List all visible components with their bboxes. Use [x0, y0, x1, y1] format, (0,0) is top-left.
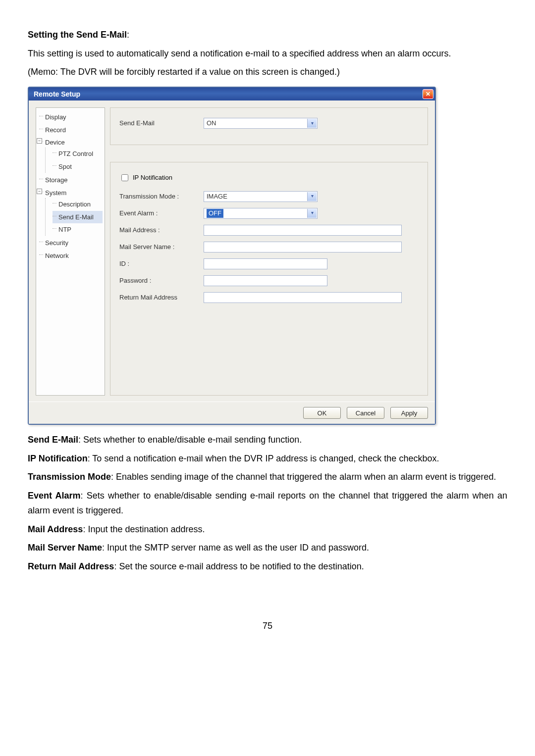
tree-item-record[interactable]: Record — [39, 124, 103, 136]
tree-item-security[interactable]: Security — [39, 237, 103, 249]
send-email-group: Send E-Mail ON ▾ — [110, 107, 428, 145]
event-alarm-dropdown[interactable]: OFF ▾ — [204, 208, 318, 219]
desc-return-mail-text: : Set the source e-mail address to be no… — [114, 561, 364, 571]
id-input[interactable] — [204, 258, 327, 269]
desc-ip-notification-term: IP Notification — [28, 454, 88, 463]
send-email-dropdown[interactable]: ON ▾ — [204, 118, 318, 129]
desc-event-alarm-term: Event Alarm — [28, 491, 81, 501]
mail-address-label: Mail Address : — [119, 225, 204, 235]
password-label: Password : — [119, 275, 204, 286]
desc-send-email-text: : Sets whether to enable/disable e-mail … — [78, 435, 302, 445]
tree-item-ntp[interactable]: NTP — [53, 223, 103, 236]
desc-mail-address-text: : Input the destination address. — [83, 524, 205, 534]
send-email-label: Send E-Mail — [119, 118, 204, 128]
email-settings-group: IP Notification Transmission Mode : IMAG… — [110, 162, 428, 396]
chevron-down-icon: ▾ — [307, 209, 317, 218]
tree-item-display[interactable]: Display — [39, 111, 103, 123]
dialog-footer: OK Cancel Apply — [29, 402, 435, 424]
dialog-title: Remote Setup — [34, 89, 80, 100]
page-number: 75 — [28, 619, 507, 634]
collapse-icon[interactable]: − — [37, 138, 42, 144]
transmission-mode-value: IMAGE — [207, 191, 227, 202]
desc-ip-notification-text: : To send a notification e-mail when the… — [88, 454, 439, 463]
descriptions-block: Send E-Mail: Sets whether to enable/disa… — [28, 433, 507, 574]
transmission-mode-label: Transmission Mode : — [119, 191, 204, 202]
tree-item-ptz-control[interactable]: PTZ Control — [53, 148, 103, 160]
desc-mail-address-term: Mail Address — [28, 524, 83, 534]
dialog-titlebar: Remote Setup ✕ — [29, 88, 435, 101]
chevron-down-icon: ▾ — [307, 192, 317, 201]
heading-colon: : — [127, 30, 129, 40]
return-mail-input[interactable] — [204, 292, 402, 303]
transmission-mode-dropdown[interactable]: IMAGE ▾ — [204, 191, 318, 202]
password-input[interactable] — [204, 275, 327, 286]
remote-setup-dialog: Remote Setup ✕ Display Record − Device P… — [28, 87, 436, 425]
send-email-value: ON — [207, 118, 216, 128]
tree-item-storage[interactable]: Storage — [39, 174, 103, 186]
desc-transmission-mode-term: Transmission Mode — [28, 472, 111, 482]
id-label: ID : — [119, 258, 204, 269]
navigation-tree[interactable]: Display Record − Device PTZ Control Spot… — [36, 107, 105, 396]
cancel-button[interactable]: Cancel — [347, 407, 384, 419]
chevron-down-icon: ▾ — [307, 119, 317, 128]
desc-mail-server-term: Mail Server Name — [28, 543, 102, 553]
return-mail-label: Return Mail Address — [119, 292, 204, 302]
mail-address-input[interactable] — [204, 225, 402, 236]
desc-mail-server-text: : Input the SMTP server name as well as … — [102, 543, 369, 553]
tree-item-system[interactable]: − System Description Send E-Mail NTP — [39, 187, 103, 237]
event-alarm-value: OFF — [207, 209, 223, 218]
close-button[interactable]: ✕ — [423, 89, 433, 99]
tree-item-device[interactable]: − Device PTZ Control Spot — [39, 136, 103, 174]
intro-text-2: (Memo: The DVR will be forcibly restarte… — [28, 65, 507, 80]
mail-server-label: Mail Server Name : — [119, 242, 204, 252]
desc-send-email-term: Send E-Mail — [28, 435, 78, 445]
tree-label-system: System — [45, 189, 66, 197]
tree-item-send-email[interactable]: Send E-Mail — [53, 211, 103, 223]
ip-notification-checkbox[interactable] — [121, 174, 128, 181]
intro-text-1: This setting is used to automatically se… — [28, 47, 507, 61]
ok-button[interactable]: OK — [303, 407, 341, 419]
desc-return-mail-term: Return Mail Address — [28, 561, 114, 571]
collapse-icon[interactable]: − — [37, 189, 42, 194]
tree-item-spot[interactable]: Spot — [53, 160, 103, 173]
close-icon: ✕ — [426, 91, 430, 97]
ip-notification-label: IP Notification — [133, 172, 172, 183]
desc-event-alarm-text: : Sets whether to enable/disable sending… — [28, 491, 507, 515]
desc-transmission-mode-text: : Enables sending image of the channel t… — [111, 472, 496, 482]
section-heading: Setting the Send E-Mail — [28, 30, 127, 40]
apply-button[interactable]: Apply — [390, 407, 428, 419]
event-alarm-label: Event Alarm : — [119, 208, 204, 218]
tree-item-network[interactable]: Network — [39, 250, 103, 262]
tree-item-description[interactable]: Description — [53, 198, 103, 210]
tree-label-device: Device — [45, 139, 65, 146]
mail-server-input[interactable] — [204, 242, 402, 252]
